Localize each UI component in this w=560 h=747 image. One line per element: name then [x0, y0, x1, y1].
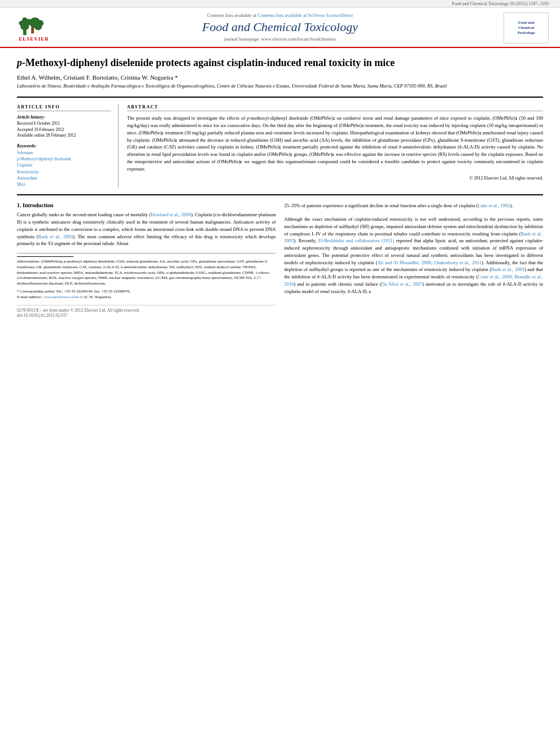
doi-line: doi:10.1016/j.fct.2012.02.037	[17, 313, 276, 318]
email-link[interactable]: criswn@quimica.ufam.br	[43, 295, 83, 299]
divider-heavy-2	[17, 194, 543, 195]
abstract-header: ABSTRACT	[127, 104, 543, 111]
affiliation: Laboratório de Síntese, Reatividade e Av…	[17, 83, 543, 90]
intro-paragraph1: Cancer globally ranks as the second-most…	[17, 211, 276, 247]
copyright-footer: 0278-6915/$ – see front matter © 2012 El…	[17, 305, 276, 318]
journal-homepage: journal homepage: www.elsevier.com/locat…	[62, 36, 498, 42]
abbr-label: Abbreviations:	[17, 259, 40, 264]
abstract-text: The present study was designed to invest…	[127, 115, 543, 172]
svg-rect-0	[23, 29, 27, 35]
keywords-label: Keywords:	[17, 143, 111, 148]
ref-baek1: Baek et al., 2003	[38, 234, 73, 239]
elsevier-logo: ELSEVIER	[11, 12, 56, 43]
authors: Ethel A. Wilhelm, Cristiani F. Bortolatt…	[17, 74, 543, 81]
abstract-col: ABSTRACT The present study was designed …	[127, 104, 543, 187]
article-info-header: ARTICLE INFO	[17, 104, 111, 111]
ref-luke: Luke et al., 1992	[478, 203, 510, 208]
email-note: E-mail address: criswn@quimica.ufam.br (…	[17, 295, 276, 300]
keyword-mice: Mice	[17, 181, 111, 187]
journal-header: ELSEVIER Contents lists available at Con…	[0, 8, 560, 48]
journal-logo-right: Food and Chemical Toxicology	[504, 12, 549, 43]
keyword-cisplatin: Cisplatin	[17, 162, 111, 168]
citation-bar: Food and Chemical Toxicology 50 (2012) 1…	[0, 0, 560, 8]
ref-el-beshbishy: El-Beshbishy and collaborators (2011)	[318, 238, 395, 243]
article-info-abstract: ARTICLE INFO Article history: Received 6…	[17, 104, 543, 187]
received-text: Received 6 October 2011	[17, 121, 111, 127]
footnote-divider	[17, 256, 73, 257]
available-text: Available online 28 February 2012	[17, 133, 111, 139]
footnote-area: Abbreviations: (OMePhSe)₂, p-methoxyl-di…	[17, 253, 276, 300]
abbreviations-text: Abbreviations: (OMePhSe)₂, p-methoxyl-di…	[17, 259, 276, 287]
intro-number: 1.	[17, 202, 21, 208]
article-info-col: ARTICLE INFO Article history: Received 6…	[17, 104, 119, 187]
keyword-renotoxicity: Renotoxicity	[17, 169, 111, 175]
ref-dasilva: Da Silva et al., 2007	[381, 281, 422, 287]
issn-line: 0278-6915/$ – see front matter © 2012 El…	[17, 308, 276, 313]
citation-text: Food and Chemical Toxicology 50 (2012) 1…	[452, 1, 549, 6]
title-rest: -Methoxyl-diphenyl diselenide protects a…	[22, 57, 395, 68]
sciverse-link[interactable]: Contents lists available at SciVerse Sci…	[257, 12, 353, 18]
body-content: 1. Introduction Cancer globally ranks as…	[17, 202, 543, 317]
elsevier-wordmark: ELSEVIER	[19, 36, 49, 42]
keyword-selenium: Selenium	[17, 150, 111, 156]
title-italic-p: p	[17, 57, 22, 68]
main-content: p-Methoxyl-diphenyl diselenide protects …	[0, 48, 560, 326]
abstract-copyright: © 2012 Elsevier Ltd. All rights reserved…	[127, 176, 543, 181]
keyword-omephse: p-Methoxyl-diphenyl diselenide	[17, 156, 111, 162]
page: Food and Chemical Toxicology 50 (2012) 1…	[0, 0, 560, 747]
article-title: p-Methoxyl-diphenyl diselenide protects …	[17, 56, 543, 69]
divider-heavy	[17, 97, 543, 98]
intro-title: 1. Introduction	[17, 202, 276, 208]
accepted-text: Accepted 19 February 2012	[17, 127, 111, 133]
intro-paragraph2b: Although the exact mechanism of cisplati…	[285, 216, 544, 295]
intro-label: Introduction	[23, 202, 53, 208]
contents-line: Contents lists available at Contents lis…	[62, 12, 498, 18]
ref-howland: Howland et al., 2006	[151, 212, 191, 217]
intro-paragraph2a: 25–35% of patients experience a signific…	[285, 202, 544, 209]
history-label: Article history:	[17, 115, 111, 120]
ref-baek3: Baek et al., 2003	[491, 267, 524, 272]
svg-point-8	[37, 20, 43, 26]
elsevier-tree-icon	[17, 15, 51, 36]
journal-top-bar: ELSEVIER Contents lists available at Con…	[11, 12, 549, 43]
journal-center: Contents lists available at Contents lis…	[56, 12, 504, 42]
corresponding-author-note: * Corresponding author. Tel.: +55 55 322…	[17, 289, 276, 295]
svg-point-4	[22, 17, 28, 23]
ref-ali: Ali and Al Moundhri, 2006; Chakraborty e…	[377, 260, 482, 265]
journal-title-header: Food and Chemical Toxicology	[62, 20, 498, 34]
body-col-left: 1. Introduction Cancer globally ranks as…	[17, 202, 276, 317]
body-col-right: 25–35% of patients experience a signific…	[285, 202, 544, 317]
keywords-section: Keywords: Selenium p-Methoxyl-diphenyl d…	[17, 143, 111, 188]
keyword-antioxidant: Antioxidant	[17, 175, 111, 181]
history-section: Article history: Received 6 October 2011…	[17, 115, 111, 139]
